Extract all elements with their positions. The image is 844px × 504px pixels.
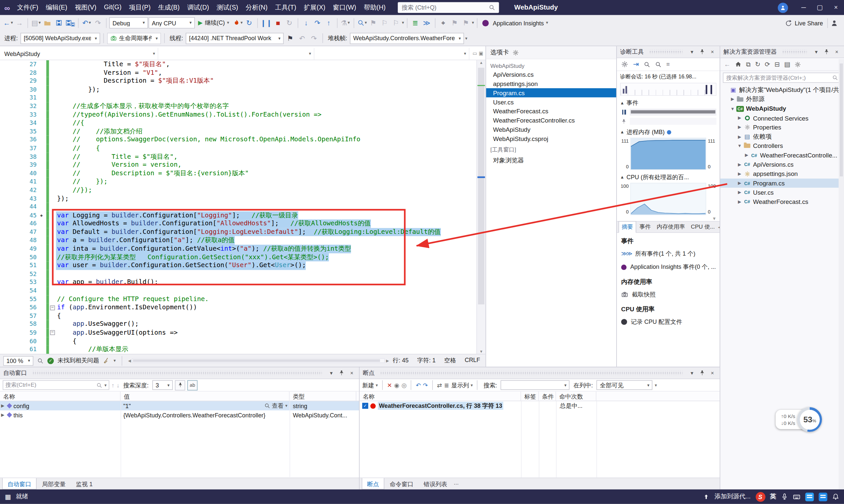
column-header-1[interactable]: 值 <box>121 392 290 401</box>
expander-icon[interactable]: ▶ <box>736 190 743 195</box>
expander-icon[interactable]: ▶ <box>736 125 743 130</box>
code-metrics-icon[interactable]: ≣ <box>410 17 421 28</box>
zoom-out-icon[interactable] <box>655 60 662 69</box>
split-window-icon[interactable]: ▭ <box>472 50 477 56</box>
column-header-0[interactable]: 名称 <box>360 392 521 401</box>
memory-section-header[interactable]: 进程内存 (MB) <box>626 128 665 136</box>
tree-item-1[interactable]: ▶外部源 <box>720 95 844 104</box>
application-insights-label[interactable]: Application Insights <box>493 20 544 26</box>
tree-item-7[interactable]: ▶C#WeatherForecastControlle... <box>720 150 844 160</box>
panel-tab-2[interactable]: 监视 1 <box>71 478 98 489</box>
breakpoint-row-0[interactable]: ✓WeatherForecastController.cs, 行 38 字符 1… <box>360 401 720 411</box>
document-tab-4[interactable]: WeatherForecast.cs <box>486 106 616 115</box>
tree-item-10[interactable]: ▶C#Program.cs <box>720 179 844 188</box>
hscrollbar-thumb[interactable] <box>133 359 380 362</box>
notification-bell-icon[interactable] <box>832 493 839 500</box>
expander-icon[interactable]: ▶ <box>0 403 5 408</box>
menu-item-2[interactable]: 视图(V) <box>71 1 100 14</box>
window-layout-icon[interactable]: ▣ <box>479 50 483 56</box>
tree-item-9[interactable]: ▶appsettings.json <box>720 169 844 179</box>
ime-language-indicator[interactable]: 英 <box>770 493 776 501</box>
undo-button[interactable]: ↶▾ <box>82 17 92 28</box>
code-line-54[interactable]: 54 <box>0 287 477 295</box>
column-header-2[interactable]: 条件 <box>539 392 556 401</box>
sync-active-document-icon[interactable]: ↻ <box>755 60 760 68</box>
disable-all-breakpoints-icon[interactable]: ◉ <box>394 381 399 389</box>
expander-icon[interactable]: ▶ <box>736 115 743 121</box>
solution-platform-dropdown[interactable]: Any CPU <box>149 17 195 28</box>
close-icon[interactable]: × <box>708 48 717 56</box>
code-line-41[interactable]: 41 // }); <box>0 178 477 186</box>
zoom-in-icon[interactable] <box>643 60 650 69</box>
delete-breakpoint-icon[interactable]: ✕ <box>387 381 392 389</box>
menu-item-6[interactable]: 调试(D) <box>183 1 213 14</box>
diag-tab-1[interactable]: 事件 <box>637 222 653 233</box>
search-options-icon[interactable]: ▾ <box>104 383 107 388</box>
code-line-43[interactable]: 43}); <box>0 194 477 203</box>
expander-icon[interactable]: ▶ <box>0 412 5 417</box>
code-analysis-icon[interactable]: ≫ <box>421 17 432 28</box>
collapse-box-icon[interactable]: − <box>49 329 56 337</box>
section-collapse-icon[interactable]: ▲ <box>620 101 624 105</box>
show-all-files-icon[interactable]: ▤ <box>784 60 790 68</box>
stack-frame-dropdown[interactable]: WebApiStudy.Controllers.WeatherFore <box>350 33 464 44</box>
diag-tab-2[interactable]: 内存使用率 <box>654 222 688 233</box>
panel-tab-1[interactable]: 局部变量 <box>37 478 71 489</box>
eol-indicator[interactable]: CRLF <box>465 356 480 364</box>
add-to-source-control-label[interactable]: 添加到源代... <box>714 493 751 501</box>
go-to-source-icon[interactable]: ⇄ <box>437 381 442 389</box>
menu-item-4[interactable]: 项目(P) <box>125 1 154 14</box>
application-insights-dropdown-icon[interactable]: ▾ <box>546 20 548 25</box>
expander-icon[interactable]: ▶ <box>736 199 743 204</box>
diag-scroll-down-icon[interactable]: ▼ <box>617 216 720 221</box>
menu-item-8[interactable]: 分析(N) <box>242 1 271 14</box>
menu-item-12[interactable]: 帮助(H) <box>360 1 389 14</box>
minimize-button[interactable]: ─ <box>795 0 812 15</box>
previous-bookmark-button[interactable]: ⚐ <box>379 17 390 28</box>
code-line-49[interactable]: 49var inta = builder.Configuration.GetVa… <box>0 245 477 253</box>
close-icon[interactable]: × <box>833 48 841 56</box>
search-prev-icon[interactable]: ↑ <box>111 382 115 389</box>
step-over-button[interactable]: ↷ <box>312 17 323 28</box>
navigate-back-button[interactable]: ←▾ <box>3 17 14 28</box>
document-tab-7[interactable]: WebApiStudy.csproj <box>486 134 616 143</box>
document-tab-6[interactable]: WebApiStudy <box>486 125 616 134</box>
scroll-down-icon[interactable]: ▼ <box>477 349 486 353</box>
reset-view-icon[interactable]: ⌗ <box>666 60 670 69</box>
code-line-31[interactable]: 31 <box>0 94 477 102</box>
code-line-34[interactable]: 34 //{ <box>0 119 477 127</box>
code-line-38[interactable]: 38 // Title = $"项目名", <box>0 152 477 161</box>
test-explorer-button[interactable]: ⚗▾ <box>340 17 351 28</box>
code-line-40[interactable]: 40 // Description = $"项目名:{version}版本" <box>0 169 477 178</box>
tabs-overflow-icon[interactable]: ... <box>454 478 459 489</box>
tree-item-12[interactable]: ▶C#WeatherForecast.cs <box>720 197 844 206</box>
solution-configuration-dropdown[interactable]: Debug <box>109 17 148 28</box>
expander-icon[interactable]: ▼ <box>736 144 743 148</box>
menu-item-0[interactable]: 文件(F) <box>13 1 42 14</box>
hot-reload-button[interactable]: ▾ <box>232 17 243 28</box>
code-line-32[interactable]: 32 //生成多个版本显示，获取枚举类中的每个枚举的名字 <box>0 102 477 110</box>
ai-events-lane[interactable] <box>630 118 717 125</box>
code-line-35[interactable]: 35 // //添加文档介绍 <box>0 127 477 136</box>
menu-item-7[interactable]: 测试(S) <box>213 1 242 14</box>
document-tab-1[interactable]: appsettings.json <box>486 79 616 88</box>
next-thread-button[interactable]: ↷ <box>309 33 320 44</box>
pin-icon[interactable] <box>338 369 345 377</box>
caret-line-indicator[interactable]: 行: 45 <box>393 356 409 364</box>
bookmark-window-button[interactable]: ⌖ <box>438 17 449 28</box>
gear-icon[interactable] <box>512 49 519 56</box>
back-icon[interactable]: ← <box>724 60 730 68</box>
diag-settings-gear-icon[interactable] <box>621 60 628 68</box>
new-breakpoint-button[interactable]: 新建▾ <box>362 381 378 389</box>
user-avatar[interactable] <box>778 2 788 13</box>
next-frame-button[interactable]: ⚑ <box>461 17 471 28</box>
take-snapshot-link[interactable]: 截取快照 <box>617 288 720 301</box>
autos-search-box[interactable]: 搜索(Ctrl+E) ▾ <box>3 380 109 390</box>
sogou-ime-icon[interactable]: S <box>755 492 765 501</box>
open-folder-button[interactable] <box>42 17 53 28</box>
diagnostics-timeline-ruler[interactable] <box>620 83 717 95</box>
show-columns-button[interactable]: 显示列▾ <box>451 381 473 389</box>
autos-row-0[interactable]: ▶config"1"查看▾string <box>0 401 359 411</box>
code-line-42[interactable]: 42 //}); <box>0 186 477 194</box>
restart-debugging-button[interactable]: ↻ <box>284 17 295 28</box>
